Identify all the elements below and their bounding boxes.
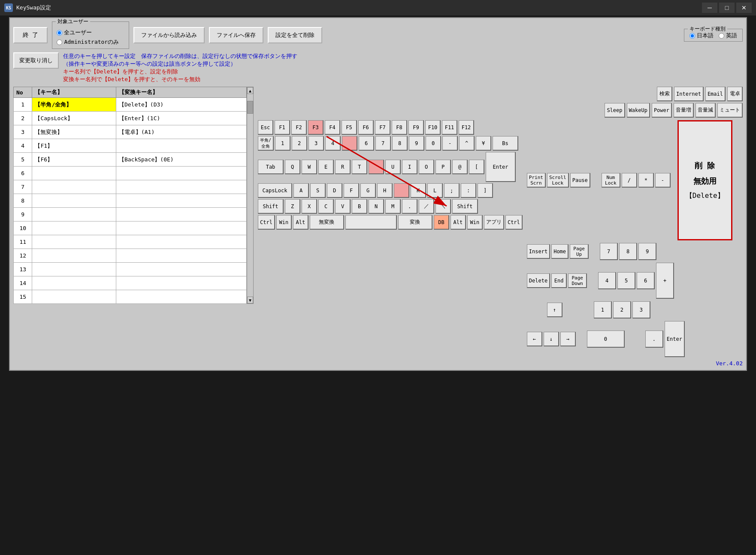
key-num6[interactable]: 6	[637, 272, 655, 289]
key-u[interactable]: U	[385, 160, 401, 174]
table-row[interactable]: 13	[14, 263, 247, 276]
key-win-right[interactable]: Win	[467, 215, 483, 230]
key-home[interactable]: Home	[551, 244, 569, 259]
key-b[interactable]: B	[352, 199, 367, 214]
key-num-dot[interactable]: .	[645, 331, 663, 348]
table-row[interactable]: 5【F6】【BackSpace】(0E)	[14, 153, 247, 167]
key-m[interactable]: M	[385, 199, 401, 214]
key-f3[interactable]: F3	[308, 120, 324, 135]
key-numpad-slash[interactable]: /	[622, 173, 637, 188]
key-f12[interactable]: F12	[459, 120, 474, 135]
key-win-left[interactable]: Win	[276, 215, 292, 230]
scroll-up-arrow[interactable]: ▲	[247, 87, 253, 94]
key-num3[interactable]: 3	[632, 301, 650, 318]
key-6[interactable]: 6	[359, 136, 374, 151]
key-henkan[interactable]: 変換	[398, 215, 432, 230]
key-end[interactable]: End	[551, 273, 567, 288]
key-z[interactable]: Z	[285, 199, 300, 214]
vol-up-button[interactable]: 音量増	[674, 103, 694, 118]
cell-conv[interactable]	[116, 290, 246, 304]
key-f2[interactable]: F2	[291, 120, 307, 135]
key-num5[interactable]: 5	[617, 272, 635, 289]
key-app[interactable]: アプリ	[484, 215, 504, 230]
key-open-bracket[interactable]: [	[469, 160, 484, 174]
cell-key[interactable]	[32, 194, 116, 208]
key-right[interactable]: →	[560, 332, 576, 346]
key-f7[interactable]: F7	[375, 120, 390, 135]
table-row[interactable]: 6	[14, 167, 247, 180]
scroll-thumb[interactable]	[247, 101, 253, 114]
minimize-button[interactable]: ─	[702, 3, 717, 13]
cell-conv[interactable]	[116, 263, 246, 276]
cell-conv[interactable]	[116, 208, 246, 221]
vol-down-button[interactable]: 音量減	[696, 103, 716, 118]
key-k[interactable]: K	[411, 183, 426, 198]
key-x[interactable]: X	[302, 199, 317, 214]
key-num0[interactable]: 0	[587, 331, 625, 348]
key-backslash[interactable]: ＼	[435, 199, 451, 214]
save-button[interactable]: ファイルへ保存	[209, 27, 263, 43]
table-row[interactable]: 3【無変換】【電卓】(A1)	[14, 125, 247, 139]
key-5[interactable]	[342, 136, 357, 151]
cell-conv[interactable]: 【Enter】(1C)	[116, 112, 246, 125]
cell-key[interactable]	[32, 276, 116, 290]
key-up[interactable]: ↑	[547, 303, 562, 317]
key-space[interactable]	[345, 215, 397, 230]
close-button[interactable]: ✕	[736, 3, 752, 13]
table-row[interactable]: 1【半角/全角】【Delete】(D3)	[14, 98, 247, 112]
key-o[interactable]: O	[419, 160, 434, 174]
key-8[interactable]: 8	[392, 136, 408, 151]
admin-only-radio[interactable]: Administratorのみ	[57, 38, 124, 46]
load-button[interactable]: ファイルから読み込み	[133, 27, 205, 43]
cell-key[interactable]	[32, 221, 116, 235]
cell-key[interactable]	[32, 249, 116, 263]
key-tab[interactable]: Tab	[258, 160, 284, 174]
email-button[interactable]: Email	[705, 87, 726, 101]
key-pause[interactable]: Pause	[570, 173, 590, 188]
key-f8[interactable]: F8	[392, 120, 407, 135]
clear-all-button[interactable]: 設定を全て削除	[268, 27, 322, 43]
mute-button[interactable]: ミュート	[717, 103, 743, 118]
key-c[interactable]: C	[318, 199, 334, 214]
cell-key[interactable]: 【無変換】	[32, 125, 116, 139]
key-q[interactable]: Q	[285, 160, 300, 174]
table-row[interactable]: 4【F1】	[14, 139, 247, 153]
key-f10[interactable]: F10	[425, 120, 441, 135]
table-row[interactable]: 7	[14, 180, 247, 194]
table-row[interactable]: 11	[14, 235, 247, 249]
english-keyboard-radio[interactable]: 英語	[719, 32, 737, 39]
all-users-radio[interactable]: 全ユーザー	[57, 29, 124, 36]
key-w[interactable]: W	[302, 160, 317, 174]
cell-conv[interactable]	[116, 180, 246, 194]
key-num9[interactable]: 9	[638, 243, 656, 260]
key-ctrl-right[interactable]: Ctrl	[505, 215, 523, 230]
key-f4[interactable]: F4	[325, 120, 340, 135]
undo-button[interactable]: 変更取り消し	[13, 52, 59, 69]
maximize-button[interactable]: □	[719, 3, 735, 13]
key-num2[interactable]: 2	[613, 301, 631, 318]
key-h[interactable]: H	[377, 183, 393, 198]
key-n[interactable]: N	[369, 199, 384, 214]
key-f5[interactable]: F5	[342, 120, 357, 135]
key-capslock[interactable]: CapsLock	[258, 183, 292, 198]
key-numpad-minus[interactable]: -	[655, 173, 671, 188]
japanese-keyboard-radio[interactable]: 日本語	[689, 32, 714, 39]
key-1[interactable]: 1	[275, 136, 290, 151]
calculator-button[interactable]: 電卓	[727, 87, 743, 101]
cell-key[interactable]	[32, 180, 116, 194]
cell-conv[interactable]: 【BackSpace】(0E)	[116, 153, 246, 167]
key-hankaku[interactable]: 半角/全角	[258, 136, 274, 151]
key-numpad-star[interactable]: *	[638, 173, 654, 188]
key-f[interactable]: F	[344, 183, 359, 198]
cell-key[interactable]: 【F6】	[32, 153, 116, 167]
key-print-scrn[interactable]: PrintScrn	[527, 173, 546, 188]
cell-conv[interactable]	[116, 249, 246, 263]
cell-conv[interactable]: 【電卓】(A1)	[116, 125, 246, 139]
table-row[interactable]: 15	[14, 290, 247, 304]
key-0[interactable]: 0	[426, 136, 441, 151]
key-db[interactable]: DB	[434, 215, 449, 230]
key-y[interactable]	[369, 160, 384, 174]
key-period[interactable]: .	[402, 199, 417, 214]
cell-conv[interactable]	[116, 167, 246, 180]
cell-conv[interactable]	[116, 194, 246, 208]
